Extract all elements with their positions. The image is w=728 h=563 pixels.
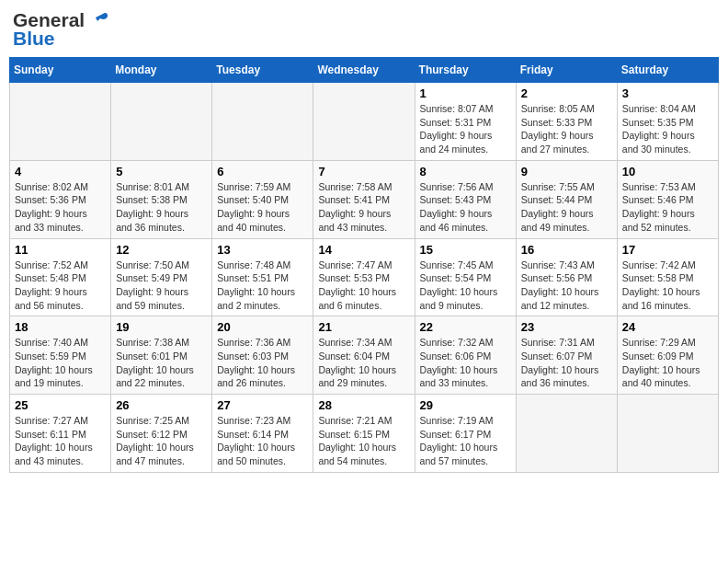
calendar-cell: 20Sunrise: 7:36 AM Sunset: 6:03 PM Dayli…: [212, 316, 313, 395]
day-number: 15: [420, 243, 511, 257]
day-info: Sunrise: 7:48 AM Sunset: 5:51 PM Dayligh…: [217, 259, 295, 311]
calendar-cell: 15Sunrise: 7:45 AM Sunset: 5:54 PM Dayli…: [415, 238, 516, 316]
calendar-cell: [10, 83, 111, 161]
day-info: Sunrise: 8:04 AM Sunset: 5:35 PM Dayligh…: [622, 103, 696, 155]
calendar-cell: 8Sunrise: 7:56 AM Sunset: 5:43 PM Daylig…: [415, 160, 516, 238]
day-info: Sunrise: 7:23 AM Sunset: 6:14 PM Dayligh…: [217, 415, 295, 466]
day-number: 28: [318, 398, 409, 412]
day-of-week-monday: Monday: [111, 58, 212, 83]
day-info: Sunrise: 7:55 AM Sunset: 5:44 PM Dayligh…: [521, 181, 595, 233]
day-number: 1: [420, 86, 511, 100]
day-info: Sunrise: 7:53 AM Sunset: 5:46 PM Dayligh…: [622, 181, 696, 233]
day-number: 6: [217, 165, 308, 178]
calendar-cell: [111, 83, 212, 161]
calendar-cell: 9Sunrise: 7:55 AM Sunset: 5:44 PM Daylig…: [516, 160, 617, 238]
calendar-cell: [313, 83, 415, 161]
calendar-cell: [212, 83, 313, 161]
day-info: Sunrise: 7:29 AM Sunset: 6:09 PM Dayligh…: [622, 337, 700, 388]
day-info: Sunrise: 7:59 AM Sunset: 5:40 PM Dayligh…: [217, 181, 290, 233]
calendar-cell: 10Sunrise: 7:53 AM Sunset: 5:46 PM Dayli…: [617, 160, 718, 238]
calendar-cell: 27Sunrise: 7:23 AM Sunset: 6:14 PM Dayli…: [212, 395, 313, 473]
day-number: 20: [217, 320, 308, 334]
calendar-cell: 28Sunrise: 7:21 AM Sunset: 6:15 PM Dayli…: [313, 395, 415, 473]
calendar-cell: 22Sunrise: 7:32 AM Sunset: 6:06 PM Dayli…: [415, 316, 516, 395]
calendar-cell: 23Sunrise: 7:31 AM Sunset: 6:07 PM Dayli…: [516, 316, 617, 395]
day-of-week-sunday: Sunday: [10, 58, 111, 83]
day-info: Sunrise: 7:19 AM Sunset: 6:17 PM Dayligh…: [420, 415, 498, 466]
day-info: Sunrise: 8:07 AM Sunset: 5:31 PM Dayligh…: [420, 103, 494, 155]
day-info: Sunrise: 7:27 AM Sunset: 6:11 PM Dayligh…: [15, 415, 93, 466]
day-of-week-saturday: Saturday: [617, 58, 718, 83]
day-number: 12: [116, 243, 207, 257]
calendar-cell: 11Sunrise: 7:52 AM Sunset: 5:48 PM Dayli…: [10, 238, 111, 316]
day-number: 24: [622, 320, 713, 334]
day-of-week-thursday: Thursday: [415, 58, 516, 83]
day-number: 9: [521, 165, 612, 178]
day-number: 7: [318, 165, 409, 178]
calendar-cell: 3Sunrise: 8:04 AM Sunset: 5:35 PM Daylig…: [617, 83, 718, 161]
day-info: Sunrise: 7:45 AM Sunset: 5:54 PM Dayligh…: [420, 259, 498, 311]
day-info: Sunrise: 7:43 AM Sunset: 5:56 PM Dayligh…: [521, 259, 599, 311]
calendar-cell: 2Sunrise: 8:05 AM Sunset: 5:33 PM Daylig…: [516, 83, 617, 161]
day-info: Sunrise: 8:02 AM Sunset: 5:36 PM Dayligh…: [15, 181, 88, 233]
day-number: 25: [15, 398, 106, 412]
day-info: Sunrise: 7:31 AM Sunset: 6:07 PM Dayligh…: [521, 337, 599, 388]
day-info: Sunrise: 7:42 AM Sunset: 5:58 PM Dayligh…: [622, 259, 700, 311]
calendar-table: SundayMondayTuesdayWednesdayThursdayFrid…: [9, 57, 719, 473]
day-info: Sunrise: 7:34 AM Sunset: 6:04 PM Dayligh…: [318, 337, 396, 388]
calendar-cell: 19Sunrise: 7:38 AM Sunset: 6:01 PM Dayli…: [111, 316, 212, 395]
day-info: Sunrise: 7:32 AM Sunset: 6:06 PM Dayligh…: [420, 337, 498, 388]
day-number: 8: [420, 165, 511, 178]
day-number: 14: [318, 243, 409, 257]
day-number: 3: [622, 86, 713, 100]
day-info: Sunrise: 7:47 AM Sunset: 5:53 PM Dayligh…: [318, 259, 396, 311]
day-info: Sunrise: 7:40 AM Sunset: 5:59 PM Dayligh…: [15, 337, 93, 388]
day-info: Sunrise: 8:01 AM Sunset: 5:38 PM Dayligh…: [116, 181, 189, 233]
calendar-cell: [617, 395, 718, 473]
calendar-cell: 5Sunrise: 8:01 AM Sunset: 5:38 PM Daylig…: [111, 160, 212, 238]
day-of-week-friday: Friday: [516, 58, 617, 83]
day-number: 23: [521, 320, 612, 334]
calendar-cell: 14Sunrise: 7:47 AM Sunset: 5:53 PM Dayli…: [313, 238, 415, 316]
day-number: 11: [15, 243, 106, 257]
day-number: 21: [318, 320, 409, 334]
day-info: Sunrise: 7:25 AM Sunset: 6:12 PM Dayligh…: [116, 415, 194, 466]
calendar-cell: 12Sunrise: 7:50 AM Sunset: 5:49 PM Dayli…: [111, 238, 212, 316]
day-info: Sunrise: 7:38 AM Sunset: 6:01 PM Dayligh…: [116, 337, 194, 388]
day-number: 19: [116, 320, 207, 334]
calendar-cell: 18Sunrise: 7:40 AM Sunset: 5:59 PM Dayli…: [10, 316, 111, 395]
day-of-week-wednesday: Wednesday: [313, 58, 415, 83]
calendar-cell: [516, 395, 617, 473]
day-of-week-tuesday: Tuesday: [212, 58, 313, 83]
day-info: Sunrise: 7:36 AM Sunset: 6:03 PM Dayligh…: [217, 337, 295, 388]
calendar-cell: 16Sunrise: 7:43 AM Sunset: 5:56 PM Dayli…: [516, 238, 617, 316]
day-number: 18: [15, 320, 106, 334]
day-info: Sunrise: 8:05 AM Sunset: 5:33 PM Dayligh…: [521, 103, 595, 155]
day-info: Sunrise: 7:52 AM Sunset: 5:48 PM Dayligh…: [15, 259, 88, 311]
day-number: 2: [521, 86, 612, 100]
day-number: 16: [521, 243, 612, 257]
day-number: 10: [622, 165, 713, 178]
logo-bird-icon: [86, 10, 108, 30]
day-number: 4: [15, 165, 106, 178]
calendar-cell: 26Sunrise: 7:25 AM Sunset: 6:12 PM Dayli…: [111, 395, 212, 473]
calendar-cell: 17Sunrise: 7:42 AM Sunset: 5:58 PM Dayli…: [617, 238, 718, 316]
day-number: 17: [622, 243, 713, 257]
logo-blue-text: Blue: [13, 28, 55, 50]
calendar-cell: 29Sunrise: 7:19 AM Sunset: 6:17 PM Dayli…: [415, 395, 516, 473]
day-number: 5: [116, 165, 207, 178]
calendar-cell: 7Sunrise: 7:58 AM Sunset: 5:41 PM Daylig…: [313, 160, 415, 238]
calendar-cell: 21Sunrise: 7:34 AM Sunset: 6:04 PM Dayli…: [313, 316, 415, 395]
day-number: 26: [116, 398, 207, 412]
day-number: 22: [420, 320, 511, 334]
calendar-cell: 4Sunrise: 8:02 AM Sunset: 5:36 PM Daylig…: [10, 160, 111, 238]
logo: General Blue: [13, 9, 108, 50]
calendar-cell: 6Sunrise: 7:59 AM Sunset: 5:40 PM Daylig…: [212, 160, 313, 238]
day-info: Sunrise: 7:21 AM Sunset: 6:15 PM Dayligh…: [318, 415, 396, 466]
calendar-cell: 13Sunrise: 7:48 AM Sunset: 5:51 PM Dayli…: [212, 238, 313, 316]
day-number: 27: [217, 398, 308, 412]
day-number: 29: [420, 398, 511, 412]
calendar-cell: 25Sunrise: 7:27 AM Sunset: 6:11 PM Dayli…: [10, 395, 111, 473]
day-number: 13: [217, 243, 308, 257]
day-info: Sunrise: 7:58 AM Sunset: 5:41 PM Dayligh…: [318, 181, 392, 233]
